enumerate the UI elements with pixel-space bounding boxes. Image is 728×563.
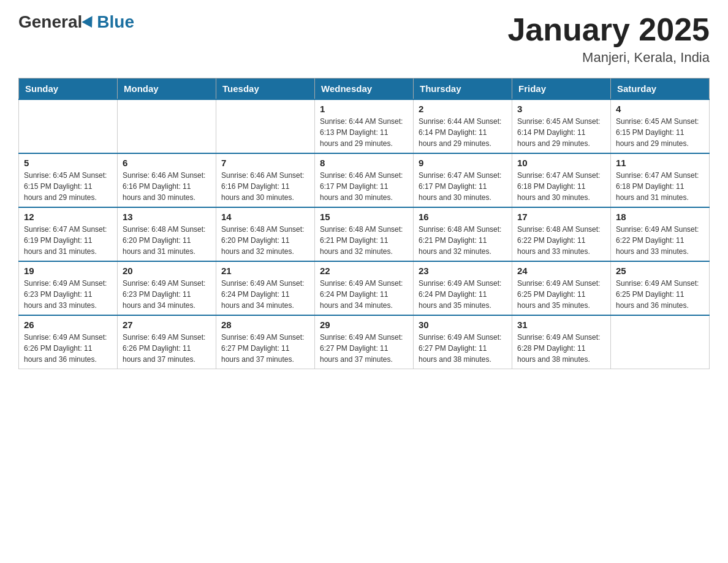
col-wednesday: Wednesday	[315, 79, 414, 100]
day-number: 31	[517, 320, 605, 330]
day-number: 26	[24, 320, 112, 330]
day-info: Sunrise: 6:49 AM Sunset: 6:27 PM Dayligh…	[320, 332, 408, 365]
day-number: 22	[320, 266, 408, 276]
week-row-5: 26Sunrise: 6:49 AM Sunset: 6:26 PM Dayli…	[19, 315, 710, 369]
day-number: 15	[320, 212, 408, 222]
calendar-cell-w5-d3: 29Sunrise: 6:49 AM Sunset: 6:27 PM Dayli…	[315, 315, 414, 369]
day-info: Sunrise: 6:46 AM Sunset: 6:16 PM Dayligh…	[123, 170, 211, 203]
calendar-cell-w4-d6: 25Sunrise: 6:49 AM Sunset: 6:25 PM Dayli…	[611, 261, 710, 315]
day-info: Sunrise: 6:44 AM Sunset: 6:14 PM Dayligh…	[419, 116, 507, 149]
day-info: Sunrise: 6:47 AM Sunset: 6:19 PM Dayligh…	[24, 224, 112, 257]
calendar-cell-w5-d2: 28Sunrise: 6:49 AM Sunset: 6:27 PM Dayli…	[216, 315, 315, 369]
day-number: 9	[419, 158, 507, 168]
day-number: 29	[320, 320, 408, 330]
day-info: Sunrise: 6:47 AM Sunset: 6:17 PM Dayligh…	[419, 170, 507, 203]
day-number: 23	[419, 266, 507, 276]
col-tuesday: Tuesday	[216, 79, 315, 100]
logo-blue-text: Blue	[97, 12, 134, 32]
calendar-cell-w2-d0: 5Sunrise: 6:45 AM Sunset: 6:15 PM Daylig…	[19, 153, 118, 207]
day-number: 25	[616, 266, 704, 276]
day-number: 12	[24, 212, 112, 222]
calendar-cell-w3-d6: 18Sunrise: 6:49 AM Sunset: 6:22 PM Dayli…	[611, 207, 710, 261]
day-info: Sunrise: 6:45 AM Sunset: 6:15 PM Dayligh…	[24, 170, 112, 203]
day-info: Sunrise: 6:49 AM Sunset: 6:23 PM Dayligh…	[24, 278, 112, 311]
col-sunday: Sunday	[19, 79, 118, 100]
day-info: Sunrise: 6:48 AM Sunset: 6:20 PM Dayligh…	[221, 224, 309, 257]
day-info: Sunrise: 6:46 AM Sunset: 6:16 PM Dayligh…	[221, 170, 309, 203]
calendar-cell-w2-d2: 7Sunrise: 6:46 AM Sunset: 6:16 PM Daylig…	[216, 153, 315, 207]
day-info: Sunrise: 6:49 AM Sunset: 6:25 PM Dayligh…	[616, 278, 704, 311]
day-info: Sunrise: 6:49 AM Sunset: 6:24 PM Dayligh…	[419, 278, 507, 311]
day-number: 11	[616, 158, 704, 168]
calendar-cell-w2-d5: 10Sunrise: 6:47 AM Sunset: 6:18 PM Dayli…	[512, 153, 611, 207]
day-info: Sunrise: 6:47 AM Sunset: 6:18 PM Dayligh…	[517, 170, 605, 203]
day-info: Sunrise: 6:49 AM Sunset: 6:26 PM Dayligh…	[123, 332, 211, 365]
day-info: Sunrise: 6:49 AM Sunset: 6:28 PM Dayligh…	[517, 332, 605, 365]
day-number: 7	[221, 158, 309, 168]
calendar-cell-w3-d0: 12Sunrise: 6:47 AM Sunset: 6:19 PM Dayli…	[19, 207, 118, 261]
week-row-1: 1Sunrise: 6:44 AM Sunset: 6:13 PM Daylig…	[19, 99, 710, 153]
col-friday: Friday	[512, 79, 611, 100]
day-number: 1	[320, 104, 408, 114]
week-row-2: 5Sunrise: 6:45 AM Sunset: 6:15 PM Daylig…	[19, 153, 710, 207]
day-number: 28	[221, 320, 309, 330]
title-area: January 2025 Manjeri, Kerala, India	[507, 12, 710, 66]
calendar-cell-w5-d5: 31Sunrise: 6:49 AM Sunset: 6:28 PM Dayli…	[512, 315, 611, 369]
week-row-4: 19Sunrise: 6:49 AM Sunset: 6:23 PM Dayli…	[19, 261, 710, 315]
day-info: Sunrise: 6:49 AM Sunset: 6:27 PM Dayligh…	[221, 332, 309, 365]
day-info: Sunrise: 6:47 AM Sunset: 6:18 PM Dayligh…	[616, 170, 704, 203]
calendar-cell-w3-d4: 16Sunrise: 6:48 AM Sunset: 6:21 PM Dayli…	[414, 207, 512, 261]
day-number: 3	[517, 104, 605, 114]
calendar-cell-w4-d0: 19Sunrise: 6:49 AM Sunset: 6:23 PM Dayli…	[19, 261, 118, 315]
location-text: Manjeri, Kerala, India	[507, 50, 710, 66]
calendar-header-row: Sunday Monday Tuesday Wednesday Thursday…	[19, 79, 710, 100]
logo-arrow-icon	[82, 16, 97, 31]
day-info: Sunrise: 6:48 AM Sunset: 6:21 PM Dayligh…	[320, 224, 408, 257]
calendar-cell-w2-d6: 11Sunrise: 6:47 AM Sunset: 6:18 PM Dayli…	[611, 153, 710, 207]
col-saturday: Saturday	[611, 79, 710, 100]
day-number: 20	[123, 266, 211, 276]
day-number: 4	[616, 104, 704, 114]
day-number: 24	[517, 266, 605, 276]
day-info: Sunrise: 6:49 AM Sunset: 6:24 PM Dayligh…	[320, 278, 408, 311]
calendar-cell-w4-d4: 23Sunrise: 6:49 AM Sunset: 6:24 PM Dayli…	[414, 261, 512, 315]
col-thursday: Thursday	[414, 79, 512, 100]
calendar-cell-w4-d3: 22Sunrise: 6:49 AM Sunset: 6:24 PM Dayli…	[315, 261, 414, 315]
day-info: Sunrise: 6:48 AM Sunset: 6:22 PM Dayligh…	[517, 224, 605, 257]
day-number: 5	[24, 158, 112, 168]
day-info: Sunrise: 6:49 AM Sunset: 6:26 PM Dayligh…	[24, 332, 112, 365]
calendar-cell-w3-d1: 13Sunrise: 6:48 AM Sunset: 6:20 PM Dayli…	[118, 207, 216, 261]
calendar-cell-w1-d6: 4Sunrise: 6:45 AM Sunset: 6:15 PM Daylig…	[611, 99, 710, 153]
day-number: 13	[123, 212, 211, 222]
calendar-cell-w5-d0: 26Sunrise: 6:49 AM Sunset: 6:26 PM Dayli…	[19, 315, 118, 369]
logo: General Blue	[18, 12, 134, 32]
day-info: Sunrise: 6:46 AM Sunset: 6:17 PM Dayligh…	[320, 170, 408, 203]
day-number: 17	[517, 212, 605, 222]
day-number: 21	[221, 266, 309, 276]
week-row-3: 12Sunrise: 6:47 AM Sunset: 6:19 PM Dayli…	[19, 207, 710, 261]
day-info: Sunrise: 6:49 AM Sunset: 6:24 PM Dayligh…	[221, 278, 309, 311]
day-number: 30	[419, 320, 507, 330]
calendar-cell-w3-d2: 14Sunrise: 6:48 AM Sunset: 6:20 PM Dayli…	[216, 207, 315, 261]
calendar-cell-w5-d1: 27Sunrise: 6:49 AM Sunset: 6:26 PM Dayli…	[118, 315, 216, 369]
day-number: 16	[419, 212, 507, 222]
calendar-cell-w3-d5: 17Sunrise: 6:48 AM Sunset: 6:22 PM Dayli…	[512, 207, 611, 261]
day-info: Sunrise: 6:45 AM Sunset: 6:15 PM Dayligh…	[616, 116, 704, 149]
calendar-cell-w1-d2	[216, 99, 315, 153]
day-number: 10	[517, 158, 605, 168]
day-number: 19	[24, 266, 112, 276]
calendar-cell-w1-d1	[118, 99, 216, 153]
day-info: Sunrise: 6:49 AM Sunset: 6:23 PM Dayligh…	[123, 278, 211, 311]
calendar-cell-w4-d2: 21Sunrise: 6:49 AM Sunset: 6:24 PM Dayli…	[216, 261, 315, 315]
month-title: January 2025	[507, 12, 710, 47]
day-number: 27	[123, 320, 211, 330]
day-info: Sunrise: 6:44 AM Sunset: 6:13 PM Dayligh…	[320, 116, 408, 149]
calendar-cell-w1-d3: 1Sunrise: 6:44 AM Sunset: 6:13 PM Daylig…	[315, 99, 414, 153]
calendar-cell-w1-d4: 2Sunrise: 6:44 AM Sunset: 6:14 PM Daylig…	[414, 99, 512, 153]
calendar-cell-w4-d5: 24Sunrise: 6:49 AM Sunset: 6:25 PM Dayli…	[512, 261, 611, 315]
day-info: Sunrise: 6:48 AM Sunset: 6:20 PM Dayligh…	[123, 224, 211, 257]
day-number: 2	[419, 104, 507, 114]
calendar-cell-w5-d4: 30Sunrise: 6:49 AM Sunset: 6:27 PM Dayli…	[414, 315, 512, 369]
day-info: Sunrise: 6:49 AM Sunset: 6:27 PM Dayligh…	[419, 332, 507, 365]
calendar-cell-w3-d3: 15Sunrise: 6:48 AM Sunset: 6:21 PM Dayli…	[315, 207, 414, 261]
